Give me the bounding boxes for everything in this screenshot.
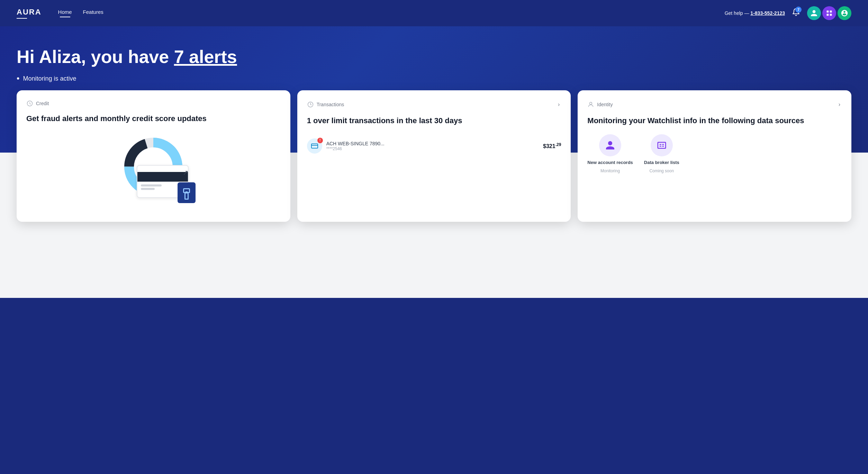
monitoring-status: Monitoring is active (17, 74, 851, 83)
credit-category: Credit (26, 100, 49, 107)
svg-point-11 (590, 102, 592, 105)
svg-rect-2 (827, 14, 829, 16)
notification-badge: 7 (795, 7, 802, 13)
identity-heading: Monitoring your Watchlist info in the fo… (587, 116, 842, 126)
svg-rect-9 (311, 144, 318, 148)
transactions-card: Transactions › 1 over limit transactions… (297, 90, 571, 222)
navbar: AURA Home Features Get help — 1-833-552-… (0, 0, 868, 26)
svg-rect-3 (830, 14, 832, 16)
transactions-card-header: Transactions › (307, 100, 561, 109)
alerts-link[interactable]: 7 alerts (174, 47, 237, 67)
avatar-group (807, 6, 851, 20)
new-account-icon (599, 134, 621, 156)
identity-card-header: Identity › (587, 100, 842, 109)
transactions-category: Transactions (307, 101, 344, 108)
broker-list-name: Data broker lists (644, 160, 679, 165)
alert-dot: ! (317, 138, 323, 143)
identity-card: Identity › Monitoring your Watchlist inf… (578, 90, 851, 222)
cards-section: Credit Get fraud alerts and monthly cred… (0, 90, 868, 222)
transaction-item: ! ACH WEB-SINGLE 7890... ****2546 $321.2… (307, 134, 561, 158)
data-source-broker-lists[interactable]: Data broker lists Coming soon (644, 134, 679, 173)
transaction-name: ACH WEB-SINGLE 7890... (326, 141, 539, 146)
nav-links: Home Features (58, 9, 103, 17)
transactions-heading: 1 over limit transactions in the last 30… (307, 116, 561, 126)
nav-right: Get help — 1-833-552-2123 7 (725, 6, 851, 20)
identity-chevron[interactable]: › (837, 100, 842, 109)
avatar-teal[interactable] (807, 6, 821, 20)
data-sources-grid: New account records Monitoring Data brok… (587, 134, 842, 173)
data-source-new-account[interactable]: New account records Monitoring (587, 134, 633, 173)
phone-link[interactable]: 1-833-552-2123 (750, 10, 785, 16)
avatar-green[interactable] (838, 6, 851, 20)
credit-illustration: ↗ (26, 132, 281, 201)
broker-list-status: Coming soon (649, 168, 674, 173)
credit-card-image: ↗ (137, 165, 192, 201)
credit-card-header: Credit (26, 100, 281, 107)
hero-heading: Hi Aliza, you have 7 alerts (17, 47, 851, 67)
broker-list-icon (651, 134, 673, 156)
new-account-status: Monitoring (600, 168, 620, 173)
svg-rect-0 (827, 11, 829, 13)
transaction-account: ****2546 (326, 146, 539, 151)
notification-button[interactable]: 7 (792, 8, 800, 18)
credit-card: Credit Get fraud alerts and monthly cred… (17, 90, 290, 222)
transaction-icon-wrap: ! (307, 138, 322, 154)
svg-rect-1 (830, 11, 832, 13)
nav-features[interactable]: Features (83, 9, 103, 15)
transaction-amount: $321.29 (543, 142, 561, 149)
hero-section: Hi Aliza, you have 7 alerts Monitoring i… (0, 26, 868, 153)
transactions-chevron[interactable]: › (557, 100, 561, 109)
nav-home[interactable]: Home (58, 9, 72, 15)
help-text: Get help — 1-833-552-2123 (725, 10, 785, 16)
brand-logo[interactable]: AURA (17, 8, 42, 19)
new-account-name: New account records (587, 160, 633, 165)
transaction-details: ACH WEB-SINGLE 7890... ****2546 (326, 141, 539, 151)
identity-category: Identity (587, 101, 613, 108)
avatar-purple[interactable] (822, 6, 836, 20)
credit-heading: Get fraud alerts and monthly credit scor… (26, 114, 281, 124)
